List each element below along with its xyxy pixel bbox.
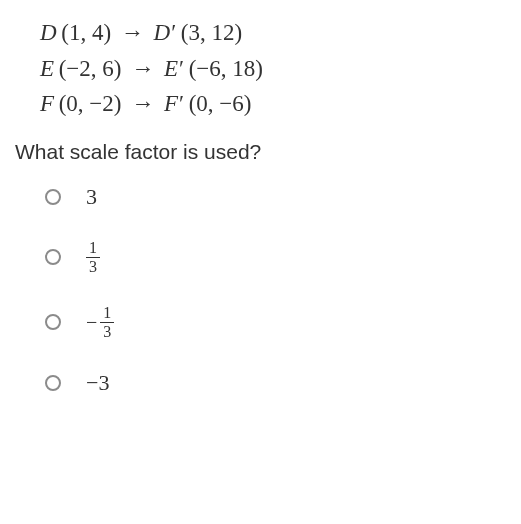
option-label: 3	[86, 184, 97, 210]
option-label: − 1 3	[86, 305, 114, 340]
transformation-row: D (1, 4) → D′ (3, 12)	[40, 15, 511, 51]
option-label: −3	[86, 370, 109, 396]
arrow-icon: →	[117, 20, 148, 45]
option-label: 1 3	[86, 240, 100, 275]
transformation-list: D (1, 4) → D′ (3, 12) E (−2, 6) → E′ (−6…	[10, 15, 511, 122]
radio-icon	[45, 375, 61, 391]
option-d[interactable]: −3	[45, 370, 511, 396]
transformation-row: F (0, −2) → F′ (0, −6)	[40, 86, 511, 122]
option-c[interactable]: − 1 3	[45, 305, 511, 340]
question-text: What scale factor is used?	[10, 140, 511, 164]
options-group: 3 1 3 − 1 3 −3	[10, 184, 511, 396]
radio-icon	[45, 189, 61, 205]
radio-icon	[45, 249, 61, 265]
arrow-icon: →	[127, 91, 158, 116]
radio-icon	[45, 314, 61, 330]
transformation-row: E (−2, 6) → E′ (−6, 18)	[40, 51, 511, 87]
option-b[interactable]: 1 3	[45, 240, 511, 275]
option-a[interactable]: 3	[45, 184, 511, 210]
arrow-icon: →	[127, 56, 158, 81]
